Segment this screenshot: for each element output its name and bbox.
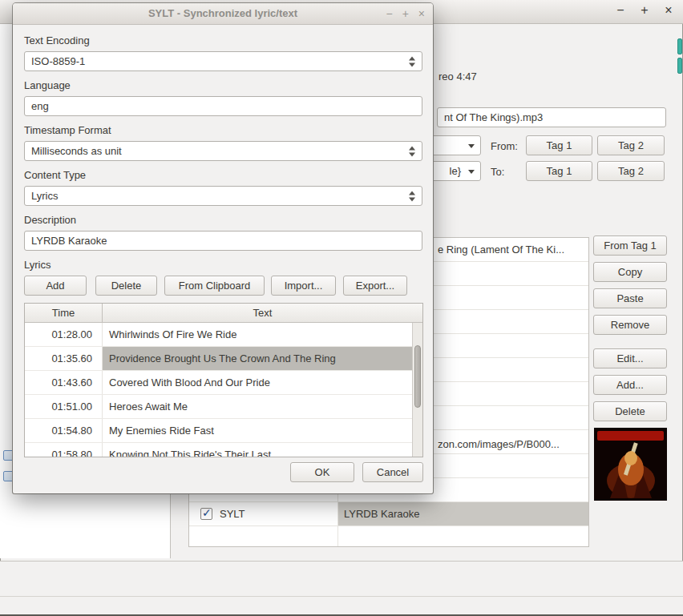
check-icon: ✓ <box>202 506 212 519</box>
spinner-arrows-icon <box>409 191 415 201</box>
delete-lyric-button[interactable]: Delete <box>95 276 157 296</box>
file-details-text: reo 4:47 <box>438 70 477 83</box>
language-label: Language <box>24 79 71 91</box>
paste-button[interactable]: Paste <box>593 288 667 308</box>
lyric-text[interactable]: Covered With Blood And Our Pride <box>103 371 412 394</box>
status-bar <box>0 596 683 614</box>
sylt-checkbox[interactable]: ✓ <box>200 508 212 520</box>
spinner-arrows-icon <box>409 146 415 156</box>
content-type-value: Lyrics <box>31 190 58 202</box>
sylt-dialog: SYLT - Synchronized lyric/text − + × Tex… <box>13 3 433 493</box>
content-type-combo[interactable]: Lyrics <box>24 186 422 206</box>
frame-value-text: LYRDB Karaoke <box>344 508 419 520</box>
cancel-button[interactable]: Cancel <box>362 462 423 482</box>
close-icon[interactable]: × <box>418 7 425 20</box>
lyric-text[interactable]: Whirlwinds Of Fire We Ride <box>103 323 412 346</box>
lyric-row[interactable]: 01:51.00 Heroes Await Me <box>25 395 412 419</box>
lyrics-scrollbar-thumb[interactable] <box>414 345 421 408</box>
close-icon[interactable]: × <box>662 3 675 18</box>
copy-button[interactable]: Copy <box>593 262 667 282</box>
lyric-row[interactable]: 01:58.80 Knowing Not This Ride's Their L… <box>25 443 412 457</box>
minimize-icon[interactable]: − <box>614 3 627 18</box>
lyric-time[interactable]: 01:58.80 <box>25 443 103 457</box>
content-type-label: Content Type <box>24 169 86 181</box>
language-input[interactable] <box>24 96 422 116</box>
from-tag2-button[interactable]: Tag 2 <box>597 135 665 155</box>
frame-value-title[interactable]: e Ring (Lament Of The Ki... <box>438 244 564 256</box>
add-lyric-button[interactable]: Add <box>24 276 87 296</box>
delete-frame-button[interactable]: Delete <box>593 401 667 421</box>
from-tag1-button[interactable]: Tag 1 <box>526 135 592 155</box>
lyric-time[interactable]: 01:35.60 <box>25 347 103 370</box>
minimize-icon[interactable]: − <box>386 7 392 20</box>
player-bar: 05 The Crown And The Ring (Lament Of The… <box>0 561 683 596</box>
lyric-row[interactable]: 01:43.60 Covered With Blood And Our Prid… <box>25 371 412 395</box>
frame-value-selected[interactable]: LYRDB Karaoke <box>338 502 588 525</box>
dialog-titlebar: SYLT - Synchronized lyric/text − + × <box>13 3 433 25</box>
text-encoding-value: ISO-8859-1 <box>31 55 85 67</box>
lyric-row[interactable]: 01:28.00 Whirlwinds Of Fire We Ride <box>25 323 412 347</box>
lyric-text[interactable]: Providence Brought Us The Crown And The … <box>103 347 412 370</box>
timestamp-format-combo[interactable]: Milliseconds as unit <box>24 141 422 161</box>
format-to-value: le} <box>450 165 461 177</box>
import-button[interactable]: Import... <box>271 276 336 296</box>
text-encoding-combo[interactable]: ISO-8859-1 <box>24 51 422 71</box>
chevron-down-icon <box>468 170 475 174</box>
to-tag1-button[interactable]: Tag 1 <box>526 161 592 181</box>
timestamp-format-value: Milliseconds as unit <box>31 145 122 157</box>
timestamp-format-label: Timestamp Format <box>24 124 111 136</box>
edit-frame-button[interactable]: Edit... <box>593 348 667 368</box>
text-encoding-label: Text Encoding <box>24 34 90 46</box>
lyric-time[interactable]: 01:54.80 <box>25 419 103 442</box>
frame-row-sylt[interactable]: ✓ SYLT LYRDB Karaoke <box>189 502 588 526</box>
remove-button[interactable]: Remove <box>593 315 667 335</box>
from-label: From: <box>491 140 518 152</box>
frame-value-url[interactable]: zon.com/images/P/B000... <box>438 438 560 450</box>
maximize-icon[interactable]: + <box>402 7 409 20</box>
lyrics-table-body: 01:28.00 Whirlwinds Of Fire We Ride 01:3… <box>25 323 412 457</box>
filename-input[interactable] <box>437 107 666 127</box>
text-column-header[interactable]: Text <box>103 304 422 322</box>
description-label: Description <box>24 214 76 226</box>
scrollbar-thumb[interactable] <box>677 58 682 74</box>
from-clipboard-button[interactable]: From Clipboard <box>164 276 265 296</box>
lyric-time[interactable]: 01:51.00 <box>25 395 103 418</box>
description-input[interactable] <box>24 231 422 251</box>
dialog-window-controls: − + × <box>386 3 425 24</box>
lyric-time[interactable]: 01:28.00 <box>25 323 103 346</box>
from-tag1-frames-button[interactable]: From Tag 1 <box>593 236 667 256</box>
lyrics-table: Time Text 01:28.00 Whirlwinds Of Fire We… <box>24 303 423 457</box>
to-tag2-button[interactable]: Tag 2 <box>597 161 665 181</box>
to-label: To: <box>491 166 504 178</box>
time-column-header[interactable]: Time <box>25 304 103 322</box>
export-button[interactable]: Export... <box>343 276 407 296</box>
dialog-body: Text Encoding ISO-8859-1 Language Timest… <box>13 25 433 493</box>
album-art <box>594 428 667 501</box>
lyric-text[interactable]: Knowing Not This Ride's Their Last <box>103 443 412 457</box>
scrollbar-thumb[interactable] <box>677 38 682 54</box>
spinner-arrows-icon <box>409 56 415 66</box>
dialog-title: SYLT - Synchronized lyric/text <box>13 3 433 24</box>
maximize-icon[interactable]: + <box>638 3 651 18</box>
frame-name[interactable]: SYLT <box>220 508 245 520</box>
lyric-text[interactable]: My Enemies Ride Fast <box>103 419 412 442</box>
lyric-row[interactable]: 01:54.80 My Enemies Ride Fast <box>25 419 412 443</box>
add-frame-button[interactable]: Add... <box>593 375 667 395</box>
lyric-time[interactable]: 01:43.60 <box>25 371 103 394</box>
lyric-text[interactable]: Heroes Await Me <box>103 395 412 418</box>
lyrics-scrollbar[interactable] <box>412 323 422 457</box>
lyrics-table-header: Time Text <box>25 304 422 323</box>
lyrics-label: Lyrics <box>24 259 51 271</box>
kid3-application-window: − + × reo 4:47 From: Tag 1 Tag 2 le} To:… <box>0 0 683 616</box>
main-window-controls: − + × <box>614 3 675 18</box>
lyric-row-selected[interactable]: 01:35.60 Providence Brought Us The Crown… <box>25 347 412 371</box>
ok-button[interactable]: OK <box>290 462 354 482</box>
chevron-down-icon <box>468 144 475 148</box>
